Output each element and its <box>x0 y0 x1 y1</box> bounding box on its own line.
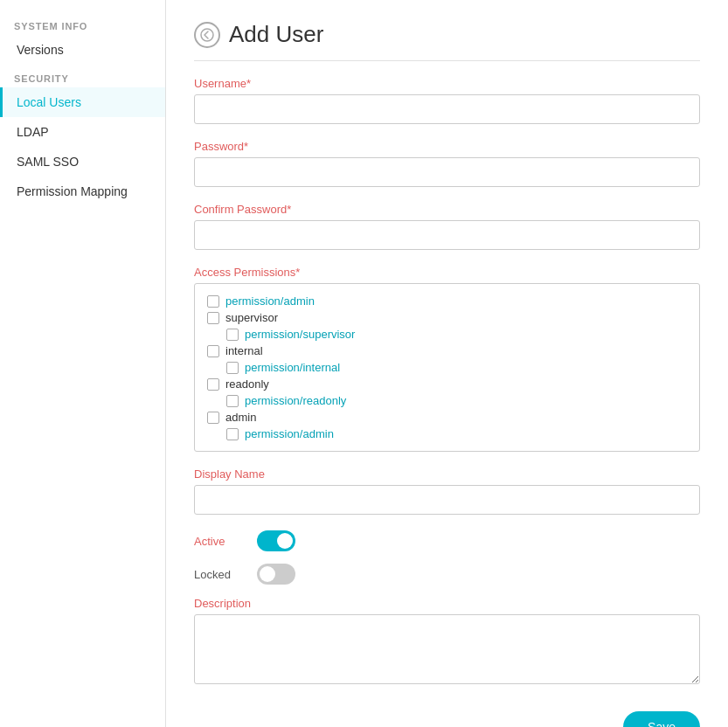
perm-checkbox-admin-top[interactable] <box>207 295 219 308</box>
perm-label-perm-readonly: permission/readonly <box>245 394 346 407</box>
perm-checkbox-perm-admin-sub[interactable] <box>226 428 239 440</box>
access-permissions-group: Access Permissions* permission/admin sup… <box>194 266 700 452</box>
perm-label-internal: internal <box>225 344 263 357</box>
perm-checkbox-internal[interactable] <box>207 345 219 357</box>
perm-row-readonly: readonly <box>207 376 687 392</box>
perm-checkbox-perm-internal[interactable] <box>226 362 239 374</box>
sidebar-item-versions[interactable]: Versions <box>0 35 165 65</box>
display-name-label: Display Name <box>194 467 700 481</box>
sidebar-item-permission-mapping[interactable]: Permission Mapping <box>0 177 165 206</box>
locked-toggle-row: Locked <box>194 564 700 585</box>
active-toggle-row: Active <box>194 530 700 551</box>
perm-label-admin-top: permission/admin <box>225 294 315 308</box>
perm-checkbox-perm-readonly[interactable] <box>226 395 239 407</box>
back-button[interactable] <box>194 22 220 48</box>
active-slider <box>257 530 295 551</box>
perm-label-perm-supervisor: permission/supervisor <box>245 328 355 341</box>
perm-checkbox-supervisor[interactable] <box>207 312 219 324</box>
security-section-label: SECURITY <box>0 66 165 87</box>
perm-label-admin: admin <box>225 411 256 424</box>
page-header: Add User <box>194 21 700 61</box>
confirm-password-group: Confirm Password* <box>194 203 700 250</box>
perm-row-admin-top: permission/admin <box>207 293 687 309</box>
confirm-password-label: Confirm Password* <box>194 203 700 216</box>
description-textarea[interactable] <box>194 614 700 684</box>
sidebar-item-ldap[interactable]: LDAP <box>0 117 165 147</box>
perm-row-perm-readonly: permission/readonly <box>207 392 687 409</box>
perm-row-perm-supervisor: permission/supervisor <box>207 326 687 343</box>
description-group: Description <box>194 597 700 687</box>
system-info-section-label: SYSTEM INFO <box>0 14 165 35</box>
save-button[interactable]: Save <box>623 711 700 727</box>
username-label: Username* <box>194 77 700 90</box>
sidebar: SYSTEM INFO Versions SECURITY Local User… <box>0 0 166 727</box>
locked-label: Locked <box>194 568 246 581</box>
main-content: Add User Username* Password* Confirm Pas… <box>166 0 728 727</box>
confirm-password-input[interactable] <box>194 220 700 250</box>
perm-row-internal: internal <box>207 343 687 359</box>
perm-label-readonly: readonly <box>225 377 269 391</box>
locked-slider <box>257 564 295 585</box>
perm-row-perm-admin-sub: permission/admin <box>207 426 687 442</box>
password-label: Password* <box>194 140 700 153</box>
username-group: Username* <box>194 77 700 124</box>
display-name-input[interactable] <box>194 485 700 515</box>
perm-label-perm-admin-sub: permission/admin <box>245 427 334 440</box>
description-label: Description <box>194 597 700 610</box>
display-name-group: Display Name <box>194 467 700 515</box>
sidebar-item-saml-sso[interactable]: SAML SSO <box>0 147 165 177</box>
sidebar-item-local-users[interactable]: Local Users <box>0 87 165 117</box>
perm-label-supervisor: supervisor <box>225 311 278 324</box>
permissions-box: permission/admin supervisor permission/s… <box>194 283 700 452</box>
save-btn-container: Save <box>194 703 700 727</box>
active-toggle[interactable] <box>257 530 295 551</box>
svg-point-0 <box>201 29 213 41</box>
perm-row-supervisor: supervisor <box>207 309 687 326</box>
perm-checkbox-admin[interactable] <box>207 412 219 424</box>
active-label: Active <box>194 535 246 548</box>
password-group: Password* <box>194 140 700 187</box>
username-input[interactable] <box>194 94 700 124</box>
perm-row-perm-internal: permission/internal <box>207 359 687 376</box>
locked-toggle[interactable] <box>257 564 295 585</box>
perm-checkbox-readonly[interactable] <box>207 378 219 391</box>
access-permissions-label: Access Permissions* <box>194 266 700 279</box>
perm-checkbox-perm-supervisor[interactable] <box>226 329 239 341</box>
password-input[interactable] <box>194 157 700 187</box>
perm-label-perm-internal: permission/internal <box>245 361 340 374</box>
page-title: Add User <box>229 21 323 48</box>
perm-row-admin: admin <box>207 409 687 426</box>
